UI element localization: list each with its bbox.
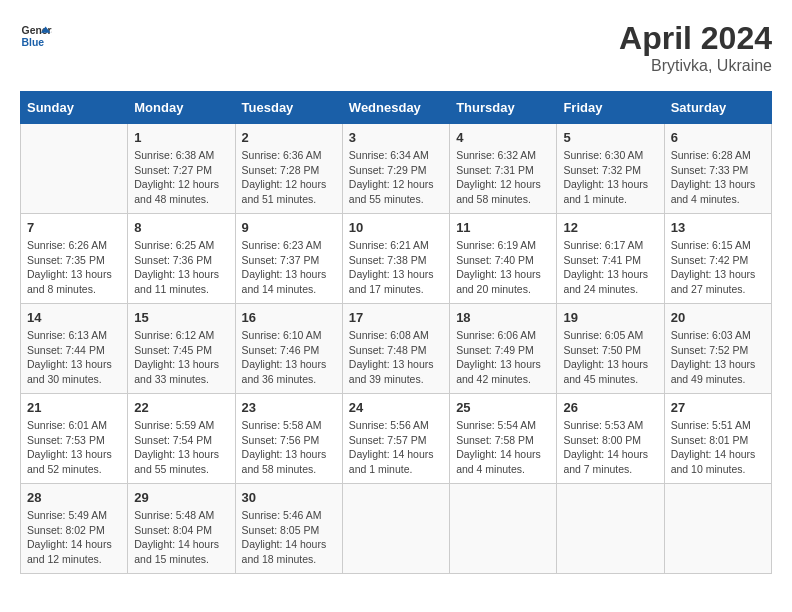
calendar-body: 1Sunrise: 6:38 AM Sunset: 7:27 PM Daylig…: [21, 124, 772, 574]
calendar-cell: 15Sunrise: 6:12 AM Sunset: 7:45 PM Dayli…: [128, 304, 235, 394]
cell-daylight-info: Sunrise: 6:23 AM Sunset: 7:37 PM Dayligh…: [242, 238, 336, 297]
calendar-cell: 27Sunrise: 5:51 AM Sunset: 8:01 PM Dayli…: [664, 394, 771, 484]
day-number: 29: [134, 490, 228, 505]
day-number: 2: [242, 130, 336, 145]
day-number: 21: [27, 400, 121, 415]
day-of-week-header: Wednesday: [342, 92, 449, 124]
cell-daylight-info: Sunrise: 5:59 AM Sunset: 7:54 PM Dayligh…: [134, 418, 228, 477]
calendar-cell: 21Sunrise: 6:01 AM Sunset: 7:53 PM Dayli…: [21, 394, 128, 484]
calendar-cell: 29Sunrise: 5:48 AM Sunset: 8:04 PM Dayli…: [128, 484, 235, 574]
calendar-cell: [664, 484, 771, 574]
title-block: April 2024 Brytivka, Ukraine: [619, 20, 772, 75]
day-number: 1: [134, 130, 228, 145]
calendar-cell: 16Sunrise: 6:10 AM Sunset: 7:46 PM Dayli…: [235, 304, 342, 394]
cell-daylight-info: Sunrise: 6:01 AM Sunset: 7:53 PM Dayligh…: [27, 418, 121, 477]
calendar-cell: [450, 484, 557, 574]
day-number: 11: [456, 220, 550, 235]
calendar-cell: 19Sunrise: 6:05 AM Sunset: 7:50 PM Dayli…: [557, 304, 664, 394]
day-number: 20: [671, 310, 765, 325]
cell-daylight-info: Sunrise: 6:21 AM Sunset: 7:38 PM Dayligh…: [349, 238, 443, 297]
calendar-cell: 25Sunrise: 5:54 AM Sunset: 7:58 PM Dayli…: [450, 394, 557, 484]
day-number: 8: [134, 220, 228, 235]
cell-daylight-info: Sunrise: 5:51 AM Sunset: 8:01 PM Dayligh…: [671, 418, 765, 477]
cell-daylight-info: Sunrise: 6:32 AM Sunset: 7:31 PM Dayligh…: [456, 148, 550, 207]
cell-daylight-info: Sunrise: 6:15 AM Sunset: 7:42 PM Dayligh…: [671, 238, 765, 297]
calendar-cell: 18Sunrise: 6:06 AM Sunset: 7:49 PM Dayli…: [450, 304, 557, 394]
day-number: 3: [349, 130, 443, 145]
calendar-cell: 12Sunrise: 6:17 AM Sunset: 7:41 PM Dayli…: [557, 214, 664, 304]
logo: General Blue: [20, 20, 52, 52]
calendar-cell: 1Sunrise: 6:38 AM Sunset: 7:27 PM Daylig…: [128, 124, 235, 214]
calendar-cell: [557, 484, 664, 574]
day-number: 19: [563, 310, 657, 325]
calendar-cell: 14Sunrise: 6:13 AM Sunset: 7:44 PM Dayli…: [21, 304, 128, 394]
cell-daylight-info: Sunrise: 5:56 AM Sunset: 7:57 PM Dayligh…: [349, 418, 443, 477]
calendar-week-row: 7Sunrise: 6:26 AM Sunset: 7:35 PM Daylig…: [21, 214, 772, 304]
calendar-cell: 20Sunrise: 6:03 AM Sunset: 7:52 PM Dayli…: [664, 304, 771, 394]
cell-daylight-info: Sunrise: 6:05 AM Sunset: 7:50 PM Dayligh…: [563, 328, 657, 387]
calendar-cell: 11Sunrise: 6:19 AM Sunset: 7:40 PM Dayli…: [450, 214, 557, 304]
calendar-cell: 13Sunrise: 6:15 AM Sunset: 7:42 PM Dayli…: [664, 214, 771, 304]
cell-daylight-info: Sunrise: 5:49 AM Sunset: 8:02 PM Dayligh…: [27, 508, 121, 567]
cell-daylight-info: Sunrise: 5:54 AM Sunset: 7:58 PM Dayligh…: [456, 418, 550, 477]
day-number: 7: [27, 220, 121, 235]
day-number: 5: [563, 130, 657, 145]
day-of-week-header: Sunday: [21, 92, 128, 124]
calendar-week-row: 1Sunrise: 6:38 AM Sunset: 7:27 PM Daylig…: [21, 124, 772, 214]
cell-daylight-info: Sunrise: 6:06 AM Sunset: 7:49 PM Dayligh…: [456, 328, 550, 387]
day-number: 6: [671, 130, 765, 145]
day-number: 22: [134, 400, 228, 415]
calendar-week-row: 14Sunrise: 6:13 AM Sunset: 7:44 PM Dayli…: [21, 304, 772, 394]
calendar-cell: 28Sunrise: 5:49 AM Sunset: 8:02 PM Dayli…: [21, 484, 128, 574]
day-number: 12: [563, 220, 657, 235]
cell-daylight-info: Sunrise: 5:53 AM Sunset: 8:00 PM Dayligh…: [563, 418, 657, 477]
day-number: 18: [456, 310, 550, 325]
calendar-cell: 24Sunrise: 5:56 AM Sunset: 7:57 PM Dayli…: [342, 394, 449, 484]
calendar-cell: 10Sunrise: 6:21 AM Sunset: 7:38 PM Dayli…: [342, 214, 449, 304]
calendar-cell: 4Sunrise: 6:32 AM Sunset: 7:31 PM Daylig…: [450, 124, 557, 214]
day-number: 23: [242, 400, 336, 415]
calendar-cell: 3Sunrise: 6:34 AM Sunset: 7:29 PM Daylig…: [342, 124, 449, 214]
cell-daylight-info: Sunrise: 6:10 AM Sunset: 7:46 PM Dayligh…: [242, 328, 336, 387]
cell-daylight-info: Sunrise: 5:48 AM Sunset: 8:04 PM Dayligh…: [134, 508, 228, 567]
cell-daylight-info: Sunrise: 6:26 AM Sunset: 7:35 PM Dayligh…: [27, 238, 121, 297]
calendar-cell: 23Sunrise: 5:58 AM Sunset: 7:56 PM Dayli…: [235, 394, 342, 484]
generalblue-logo-icon: General Blue: [20, 20, 52, 52]
location-subtitle: Brytivka, Ukraine: [619, 57, 772, 75]
cell-daylight-info: Sunrise: 6:36 AM Sunset: 7:28 PM Dayligh…: [242, 148, 336, 207]
calendar-header: SundayMondayTuesdayWednesdayThursdayFrid…: [21, 92, 772, 124]
day-number: 4: [456, 130, 550, 145]
calendar-cell: [21, 124, 128, 214]
cell-daylight-info: Sunrise: 6:38 AM Sunset: 7:27 PM Dayligh…: [134, 148, 228, 207]
calendar-table: SundayMondayTuesdayWednesdayThursdayFrid…: [20, 91, 772, 574]
day-number: 28: [27, 490, 121, 505]
cell-daylight-info: Sunrise: 6:19 AM Sunset: 7:40 PM Dayligh…: [456, 238, 550, 297]
day-number: 10: [349, 220, 443, 235]
day-number: 17: [349, 310, 443, 325]
day-number: 27: [671, 400, 765, 415]
cell-daylight-info: Sunrise: 6:13 AM Sunset: 7:44 PM Dayligh…: [27, 328, 121, 387]
cell-daylight-info: Sunrise: 6:08 AM Sunset: 7:48 PM Dayligh…: [349, 328, 443, 387]
cell-daylight-info: Sunrise: 6:12 AM Sunset: 7:45 PM Dayligh…: [134, 328, 228, 387]
cell-daylight-info: Sunrise: 6:03 AM Sunset: 7:52 PM Dayligh…: [671, 328, 765, 387]
day-number: 13: [671, 220, 765, 235]
day-number: 24: [349, 400, 443, 415]
calendar-cell: 5Sunrise: 6:30 AM Sunset: 7:32 PM Daylig…: [557, 124, 664, 214]
calendar-cell: 8Sunrise: 6:25 AM Sunset: 7:36 PM Daylig…: [128, 214, 235, 304]
calendar-cell: 7Sunrise: 6:26 AM Sunset: 7:35 PM Daylig…: [21, 214, 128, 304]
day-number: 15: [134, 310, 228, 325]
day-number: 30: [242, 490, 336, 505]
day-number: 16: [242, 310, 336, 325]
calendar-cell: 22Sunrise: 5:59 AM Sunset: 7:54 PM Dayli…: [128, 394, 235, 484]
cell-daylight-info: Sunrise: 6:17 AM Sunset: 7:41 PM Dayligh…: [563, 238, 657, 297]
calendar-week-row: 21Sunrise: 6:01 AM Sunset: 7:53 PM Dayli…: [21, 394, 772, 484]
calendar-cell: 9Sunrise: 6:23 AM Sunset: 7:37 PM Daylig…: [235, 214, 342, 304]
day-of-week-header: Saturday: [664, 92, 771, 124]
calendar-cell: 2Sunrise: 6:36 AM Sunset: 7:28 PM Daylig…: [235, 124, 342, 214]
cell-daylight-info: Sunrise: 6:28 AM Sunset: 7:33 PM Dayligh…: [671, 148, 765, 207]
day-number: 9: [242, 220, 336, 235]
day-of-week-header: Friday: [557, 92, 664, 124]
month-year-title: April 2024: [619, 20, 772, 57]
day-of-week-header: Monday: [128, 92, 235, 124]
svg-text:Blue: Blue: [22, 37, 45, 48]
